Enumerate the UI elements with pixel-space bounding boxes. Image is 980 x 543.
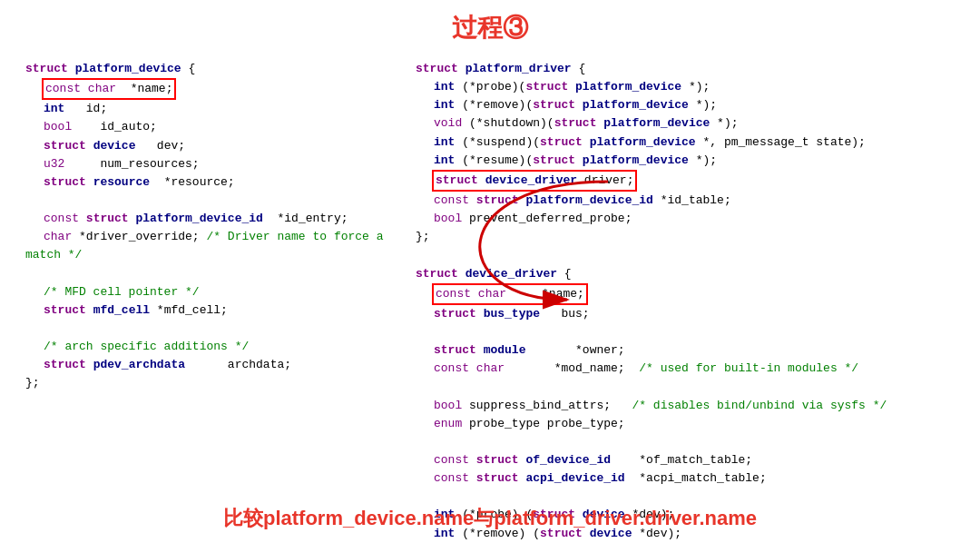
left-panel: struct platform_device { const char *nam… <box>16 53 407 543</box>
right-panel: struct platform_driver { int (*probe)(st… <box>407 53 951 543</box>
bottom-text: 比较platform_device.name与platform_driver.d… <box>0 505 980 532</box>
platform-device-code: struct platform_device { const char *nam… <box>25 60 397 393</box>
platform-driver-code: struct platform_driver { int (*probe)(st… <box>416 60 942 246</box>
device-driver-code: struct device_driver { const char *name;… <box>416 265 942 543</box>
title: 过程③ <box>0 0 980 53</box>
